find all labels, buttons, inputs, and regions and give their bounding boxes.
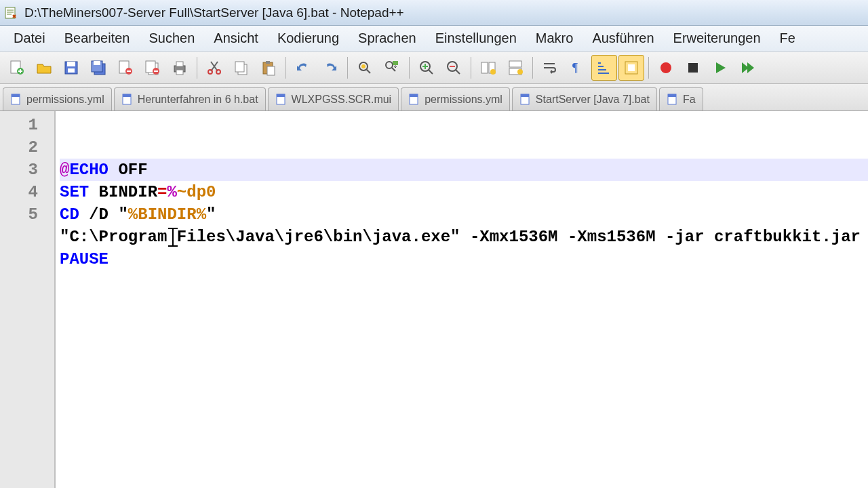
document-tab[interactable]: Herunterfahren in 6 h.bat <box>114 87 266 110</box>
menu-bearbeiten[interactable]: Bearbeiten <box>55 26 140 50</box>
svg-rect-27 <box>393 61 398 65</box>
svg-point-35 <box>517 69 523 75</box>
redo-button[interactable] <box>317 55 343 81</box>
document-tab[interactable]: permissions.yml <box>401 87 510 110</box>
line-number-gutter: 12345 <box>0 111 56 488</box>
line-number: 4 <box>0 181 54 203</box>
word-wrap-button[interactable] <box>537 55 563 81</box>
new-file-button[interactable] <box>4 55 30 81</box>
menu-kodierung[interactable]: Kodierung <box>268 26 349 50</box>
open-file-icon <box>35 59 53 77</box>
file-icon <box>275 94 288 106</box>
svg-rect-23 <box>267 66 275 75</box>
open-file-button[interactable] <box>31 55 57 81</box>
record-macro-button[interactable] <box>653 55 679 81</box>
zoom-in-icon <box>418 59 435 77</box>
line-number: 3 <box>0 159 54 181</box>
show-chars-icon: ¶ <box>568 59 586 77</box>
tab-bar: permissions.ymlHerunterfahren in 6 h.bat… <box>0 84 868 111</box>
menu-einstellungen[interactable]: Einstellungen <box>426 26 526 50</box>
code-line[interactable]: SET BINDIR=%~dp0 <box>60 181 868 203</box>
svg-rect-5 <box>68 68 75 73</box>
document-tab[interactable]: WLXPGSS.SCR.mui <box>268 87 399 110</box>
menu-suchen[interactable]: Suchen <box>139 26 204 50</box>
svg-rect-44 <box>123 94 131 97</box>
word-wrap-icon <box>541 59 559 77</box>
paste-icon <box>260 59 277 77</box>
code-line[interactable]: CD /D "%BINDIR%" <box>60 203 868 226</box>
zoom-in-button[interactable] <box>414 55 439 81</box>
toolbar-separator <box>347 57 348 79</box>
save-all-button[interactable] <box>85 55 111 81</box>
stop-macro-icon <box>684 59 702 77</box>
svg-rect-20 <box>235 62 244 72</box>
close-button[interactable] <box>113 55 138 81</box>
menu-erweiterungen[interactable]: Erweiterungen <box>664 26 770 50</box>
code-content[interactable]: @ECHO OFFSET BINDIR=%~dp0CD /D "%BINDIR%… <box>56 111 868 488</box>
tab-label: WLXPGSS.SCR.mui <box>292 94 392 106</box>
window-title: D:\TheMiners007-Server Full\StartServer … <box>24 5 404 20</box>
print-button[interactable] <box>167 55 193 81</box>
save-button[interactable] <box>58 55 84 81</box>
toolbar-separator <box>648 57 649 79</box>
menu-ausführen[interactable]: Ausführen <box>583 26 663 50</box>
code-line[interactable]: PAUSE <box>60 248 868 270</box>
cut-button[interactable] <box>201 55 227 81</box>
tab-label: Herunterfahren in 6 h.bat <box>138 94 258 106</box>
replace-button[interactable] <box>379 55 405 81</box>
indent-guide-button[interactable] <box>591 55 617 81</box>
editor-area[interactable]: 12345 @ECHO OFFSET BINDIR=%~dp0CD /D "%B… <box>0 111 868 488</box>
menu-fe[interactable]: Fe <box>770 26 805 50</box>
undo-icon <box>294 59 312 77</box>
ext1-button[interactable] <box>618 55 644 81</box>
cut-icon <box>205 59 223 77</box>
svg-rect-38 <box>628 64 635 71</box>
find-button[interactable] <box>352 55 378 81</box>
menu-ansicht[interactable]: Ansicht <box>204 26 268 50</box>
menu-datei[interactable]: Datei <box>4 26 55 50</box>
document-tab[interactable]: Fa <box>659 87 703 110</box>
sync-v-button[interactable] <box>475 55 501 81</box>
new-file-icon <box>8 59 26 77</box>
show-chars-button[interactable]: ¶ <box>564 55 590 81</box>
copy-button[interactable] <box>229 55 254 81</box>
toolbar-separator <box>471 57 471 79</box>
toolbar-separator <box>409 57 410 79</box>
toolbar: ¶ <box>0 52 868 84</box>
line-number: 5 <box>0 203 54 226</box>
print-icon <box>171 59 189 77</box>
document-tab[interactable]: StartServer [Java 7].bat <box>512 87 657 110</box>
line-number: 1 <box>0 114 54 136</box>
svg-rect-52 <box>668 94 676 97</box>
svg-point-32 <box>490 69 496 75</box>
svg-rect-46 <box>277 94 285 97</box>
zoom-out-icon <box>445 59 462 77</box>
play-macro-button[interactable] <box>707 55 733 81</box>
sync-h-icon <box>507 59 524 77</box>
svg-point-17 <box>208 70 212 74</box>
ext1-icon <box>623 59 640 77</box>
play-multi-button[interactable] <box>734 55 760 81</box>
svg-rect-33 <box>509 61 521 67</box>
menu-makro[interactable]: Makro <box>526 26 583 50</box>
file-icon <box>667 94 679 106</box>
svg-point-26 <box>386 62 393 68</box>
close-all-button[interactable] <box>140 55 165 81</box>
toolbar-separator <box>532 57 533 79</box>
stop-macro-button[interactable] <box>680 55 706 81</box>
menubar: DateiBearbeitenSuchenAnsichtKodierungSpr… <box>0 26 868 52</box>
paste-button[interactable] <box>256 55 281 81</box>
code-line[interactable]: @ECHO OFF <box>60 159 868 181</box>
svg-point-39 <box>660 62 671 73</box>
svg-rect-8 <box>94 61 100 65</box>
close-icon <box>117 59 134 77</box>
redo-icon <box>321 59 339 77</box>
undo-button[interactable] <box>290 55 316 81</box>
code-line[interactable]: "C:\Program Files\Java\jre6\bin\java.exe… <box>60 226 868 248</box>
svg-rect-48 <box>410 94 418 97</box>
find-icon <box>356 59 374 77</box>
zoom-out-button[interactable] <box>441 55 467 81</box>
menu-sprachen[interactable]: Sprachen <box>349 26 426 50</box>
document-tab[interactable]: permissions.yml <box>3 87 112 110</box>
sync-h-button[interactable] <box>502 55 528 81</box>
